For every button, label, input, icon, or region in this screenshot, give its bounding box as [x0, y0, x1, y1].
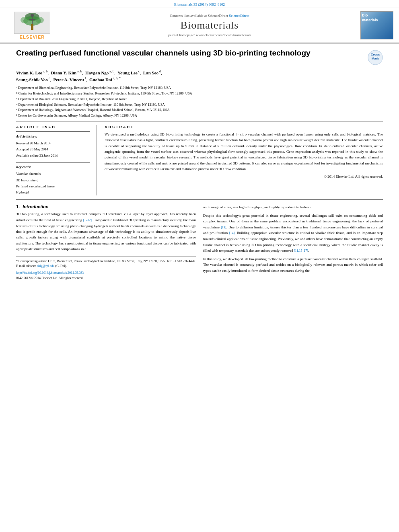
- banner-left: ELSEVIER: [4, 11, 60, 39]
- author-young-lee: Young Lee: [117, 70, 138, 75]
- author-vivian-lee: Vivian K. Lee: [16, 70, 42, 75]
- footnote-doi: http://dx.doi.org/10.1016/j.biomaterials…: [16, 271, 84, 275]
- intro-paragraph-4: In this study, we developed 3D bio-print…: [203, 256, 383, 273]
- journal-title-banner: Biomaterials: [181, 19, 239, 31]
- abstract-column: ABSTRACT We developed a methodology usin…: [105, 125, 383, 196]
- abstract-text: We developed a methodology using 3D bio-…: [105, 131, 383, 172]
- crossmark-badge: Cross Mark: [368, 50, 383, 65]
- article-title-section: Creating perfused functional vascular ch…: [16, 48, 383, 65]
- author-peter-vincent: Peter A. Vincent: [53, 77, 84, 82]
- svg-text:Cross: Cross: [371, 53, 380, 56]
- svg-point-5: [36, 17, 44, 23]
- banner-center: Contents lists available at ScienceDirec…: [60, 11, 359, 39]
- authors-line: Vivian K. Lee a, b, Diana Y. Kim a, b, H…: [16, 69, 383, 83]
- keyword-2: 3D bio-printing: [16, 177, 90, 183]
- keyword-1: Vascular channels: [16, 171, 90, 177]
- author-guohao-dai: Guohao Dai: [89, 77, 112, 82]
- author-seung-yoo: Seung-Schik Yoo: [16, 77, 48, 82]
- article-title: Creating perfused functional vascular ch…: [16, 48, 364, 58]
- keyword-4: Hydrogel: [16, 189, 90, 195]
- received-date: Received 20 March 2014: [16, 140, 90, 146]
- biomaterials-thumb-label: Biomaterials: [362, 13, 378, 23]
- affiliation-b: b Center for Biotechnology and Interdisc…: [16, 91, 383, 96]
- footnote-area: * Corresponding author. CBIS, Room 3123,…: [16, 256, 196, 281]
- author-haygan-ngo: Haygan Ngo: [85, 70, 109, 75]
- journal-cover-thumbnail: Biomaterials: [360, 11, 393, 39]
- intro-paragraph-1: 3D bio-printing, a technology used to co…: [16, 211, 196, 252]
- article-info-abstract-section: ARTICLE INFO Article history: Received 2…: [16, 125, 383, 196]
- accepted-date: Accepted 28 May 2014: [16, 146, 90, 152]
- body-two-column: 1. Introduction 3D bio-printing, a techn…: [16, 204, 383, 281]
- keywords-label: Keywords:: [16, 164, 90, 170]
- svg-point-6: [31, 14, 34, 17]
- svg-rect-3: [31, 24, 33, 30]
- article-info-heading: ARTICLE INFO: [16, 125, 90, 129]
- elsevier-logo: ELSEVIER: [14, 12, 50, 39]
- svg-text:Mark: Mark: [372, 57, 379, 60]
- body-left-column: 1. Introduction 3D bio-printing, a techn…: [16, 204, 196, 281]
- journal-citation: Biomaterials 35 (2014) 8092–8102: [174, 2, 225, 6]
- article-history: Article history: Received 20 March 2014 …: [16, 131, 90, 159]
- author-diana-kim: Diana Y. Kim: [51, 70, 77, 75]
- footnote-email: E-mail address: daig@rpi.edu (G. Dai).: [16, 264, 196, 269]
- footnote-corresponding: * Corresponding author. CBIS, Room 3123,…: [16, 259, 196, 264]
- page-wrapper: Biomaterials 35 (2014) 8092–8102: [0, 0, 399, 286]
- affiliations: a Department of Biomedical Engineering, …: [16, 85, 383, 118]
- main-content: Creating perfused functional vascular ch…: [0, 43, 399, 286]
- article-info-column: ARTICLE INFO Article history: Received 2…: [16, 125, 97, 196]
- affiliation-a: a Department of Biomedical Engineering, …: [16, 85, 383, 90]
- affiliation-f: f Center for Cardiovascular Sciences, Al…: [16, 113, 383, 118]
- affiliation-d: d Department of Biological Sciences, Ren…: [16, 102, 383, 107]
- intro-paragraph-2: wide range of sizes, in a high-throughpu…: [203, 204, 383, 210]
- banner-right: Biomaterials: [359, 11, 395, 39]
- elsevier-tree-image: [14, 12, 50, 34]
- body-divider: [16, 199, 383, 200]
- footnote-issn: 0142-9612/© 2014 Elsevier Ltd. All right…: [16, 276, 196, 281]
- svg-point-4: [21, 17, 29, 23]
- available-online-date: Available online 23 June 2014: [16, 153, 90, 159]
- section-divider-1: [16, 121, 383, 122]
- intro-paragraph-3: Despite this technology's great potentia…: [203, 213, 383, 254]
- body-right-column: wide range of sizes, in a high-throughpu…: [203, 204, 383, 281]
- sciencedirect-link: Contents lists available at ScienceDirec…: [170, 14, 249, 18]
- journal-homepage: journal homepage: www.elsevier.com/locat…: [168, 33, 251, 37]
- keyword-3: Perfused vascularized tissue: [16, 183, 90, 189]
- abstract-heading: ABSTRACT: [105, 125, 383, 129]
- keywords-section: Keywords: Vascular channels 3D bio-print…: [16, 162, 90, 195]
- journal-top-bar: Biomaterials 35 (2014) 8092–8102: [0, 0, 399, 8]
- affiliation-e: e Department of Radiology, Brigham and W…: [16, 107, 383, 113]
- author-lan-seo: Lan Seo: [143, 70, 158, 75]
- history-label: Article history:: [16, 134, 90, 140]
- affiliation-c: c Department of Bio and Brain Engineerin…: [16, 97, 383, 102]
- elsevier-wordmark: ELSEVIER: [20, 35, 45, 39]
- abstract-copyright: © 2014 Elsevier Ltd. All rights reserved…: [105, 175, 383, 179]
- intro-heading: 1. Introduction: [16, 204, 196, 209]
- journal-banner: ELSEVIER Contents lists available at Sci…: [0, 8, 399, 43]
